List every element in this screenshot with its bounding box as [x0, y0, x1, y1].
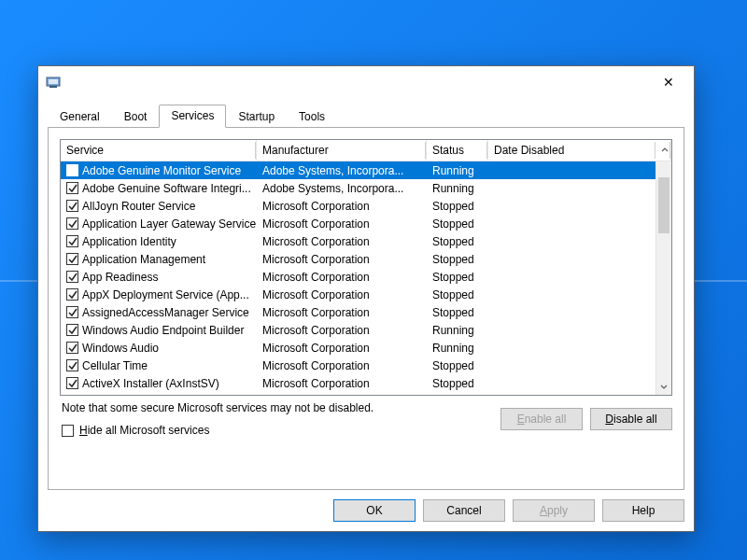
tab-boot[interactable]: Boot: [112, 105, 160, 128]
service-date-disabled: [488, 241, 655, 243]
service-name: AllJoyn Router Service: [82, 200, 195, 213]
svg-rect-2: [49, 79, 58, 84]
svg-rect-1: [49, 86, 57, 88]
service-manufacturer: Microsoft Corporation: [257, 252, 427, 267]
enable-all-button[interactable]: Enable all: [500, 408, 583, 430]
vertical-scrollbar[interactable]: [655, 161, 671, 395]
service-checkbox[interactable]: [66, 288, 78, 301]
service-name: Cellular Time: [82, 359, 148, 372]
service-checkbox[interactable]: [66, 200, 78, 212]
help-button[interactable]: Help: [602, 499, 684, 522]
service-checkbox[interactable]: [66, 359, 78, 371]
scroll-up-button[interactable]: [656, 161, 671, 177]
table-row[interactable]: Application Layer Gateway ServiceMicroso…: [61, 215, 655, 232]
service-name: ActiveX Installer (AxInstSV): [82, 377, 219, 390]
service-checkbox[interactable]: [66, 271, 78, 283]
close-icon: ✕: [663, 76, 674, 89]
service-date-disabled: [488, 294, 655, 296]
table-row[interactable]: Adobe Genuine Monitor ServiceAdobe Syste…: [61, 161, 655, 179]
service-name: AssignedAccessManager Service: [82, 306, 249, 319]
service-status: Stopped: [427, 199, 488, 214]
cancel-button[interactable]: Cancel: [423, 499, 505, 522]
table-row[interactable]: Windows AudioMicrosoft CorporationRunnin…: [61, 339, 655, 357]
service-manufacturer: Microsoft Corporation: [257, 217, 427, 231]
disable-all-button[interactable]: Disable all: [590, 408, 672, 430]
service-status: Stopped: [427, 287, 488, 302]
service-checkbox[interactable]: [66, 306, 78, 318]
table-row[interactable]: AppX Deployment Service (App...Microsoft…: [61, 286, 655, 303]
service-checkbox[interactable]: [66, 217, 78, 230]
service-manufacturer: Microsoft Corporation: [257, 199, 427, 214]
tab-general[interactable]: General: [48, 105, 112, 128]
service-status: Stopped: [427, 270, 488, 285]
service-date-disabled: [488, 259, 655, 260]
apply-button[interactable]: Apply: [513, 499, 595, 522]
table-row[interactable]: Adobe Genuine Software Integri...Adobe S…: [61, 179, 655, 197]
service-name: Application Layer Gateway Service: [82, 217, 256, 231]
service-manufacturer: Microsoft Corporation: [257, 270, 427, 285]
table-row[interactable]: Application IdentityMicrosoft Corporatio…: [61, 232, 655, 250]
tab-tools[interactable]: Tools: [287, 105, 337, 128]
tab-panel-services: Service Manufacturer Status Date Disable…: [48, 127, 684, 490]
titlebar[interactable]: ✕: [38, 66, 694, 98]
services-listview[interactable]: Service Manufacturer Status Date Disable…: [60, 139, 672, 396]
table-row[interactable]: Application ManagementMicrosoft Corporat…: [61, 250, 655, 268]
enable-disable-row: Enable all Disable all: [500, 408, 672, 430]
service-checkbox[interactable]: [66, 253, 78, 265]
service-manufacturer: Microsoft Corporation: [257, 323, 427, 338]
service-checkbox[interactable]: [66, 324, 78, 336]
service-manufacturer: Microsoft Corporation: [257, 341, 427, 356]
table-row[interactable]: AllJoyn Router ServiceMicrosoft Corporat…: [61, 197, 655, 215]
column-date-disabled[interactable]: Date Disabled: [488, 140, 655, 161]
scroll-thumb[interactable]: [658, 177, 669, 233]
service-name: Windows Audio Endpoint Builder: [82, 324, 244, 337]
service-name: Application Management: [82, 253, 205, 266]
listview-header[interactable]: Service Manufacturer Status Date Disable…: [61, 140, 671, 161]
chevron-up-icon: [661, 147, 669, 154]
tab-startup[interactable]: Startup: [226, 105, 287, 128]
service-status: Stopped: [427, 252, 488, 267]
service-date-disabled: [488, 383, 655, 385]
table-row[interactable]: Windows Audio Endpoint BuilderMicrosoft …: [61, 321, 655, 339]
service-date-disabled: [488, 365, 655, 367]
table-row[interactable]: AssignedAccessManager ServiceMicrosoft C…: [61, 303, 655, 321]
service-checkbox[interactable]: [66, 164, 78, 176]
service-checkbox[interactable]: [66, 377, 78, 389]
service-name: Adobe Genuine Monitor Service: [82, 164, 241, 177]
service-manufacturer: Microsoft Corporation: [257, 234, 427, 249]
app-icon: [46, 75, 61, 90]
hide-ms-checkbox[interactable]: [62, 425, 74, 437]
column-service[interactable]: Service: [61, 140, 257, 161]
service-status: Stopped: [427, 358, 488, 373]
column-manufacturer[interactable]: Manufacturer: [257, 140, 427, 161]
tab-services[interactable]: Services: [159, 105, 226, 128]
ok-button[interactable]: OK: [333, 499, 416, 522]
scroll-down-button[interactable]: [656, 379, 671, 395]
column-status[interactable]: Status: [427, 140, 488, 161]
service-checkbox[interactable]: [66, 182, 78, 194]
service-status: Running: [427, 163, 488, 178]
service-manufacturer: Microsoft Corporation: [257, 305, 427, 320]
service-status: Stopped: [427, 217, 488, 231]
msconfig-window: ✕ General Boot Services Startup Tools Se…: [37, 65, 695, 532]
tab-strip: General Boot Services Startup Tools: [38, 98, 694, 128]
table-row[interactable]: App ReadinessMicrosoft CorporationStoppe…: [61, 268, 655, 286]
service-status: Running: [427, 181, 488, 196]
service-manufacturer: Microsoft Corporation: [257, 358, 427, 373]
service-name: Adobe Genuine Software Integri...: [82, 182, 251, 195]
service-status: Stopped: [427, 234, 488, 249]
scroll-track[interactable]: [656, 177, 671, 379]
table-row[interactable]: ActiveX Installer (AxInstSV)Microsoft Co…: [61, 374, 655, 392]
service-name: App Readiness: [82, 271, 158, 284]
service-date-disabled: [488, 347, 655, 349]
close-button[interactable]: ✕: [647, 68, 690, 96]
hide-ms-label[interactable]: Hide all Microsoft services: [79, 424, 209, 437]
service-manufacturer: Adobe Systems, Incorpora...: [257, 163, 427, 178]
listview-body[interactable]: Adobe Genuine Monitor ServiceAdobe Syste…: [61, 161, 655, 395]
service-name: Windows Audio: [82, 342, 159, 355]
service-checkbox[interactable]: [66, 235, 78, 247]
service-checkbox[interactable]: [66, 342, 78, 354]
desktop-background: ✕ General Boot Services Startup Tools Se…: [0, 0, 747, 560]
table-row[interactable]: Cellular TimeMicrosoft CorporationStoppe…: [61, 357, 655, 374]
service-date-disabled: [488, 188, 655, 189]
